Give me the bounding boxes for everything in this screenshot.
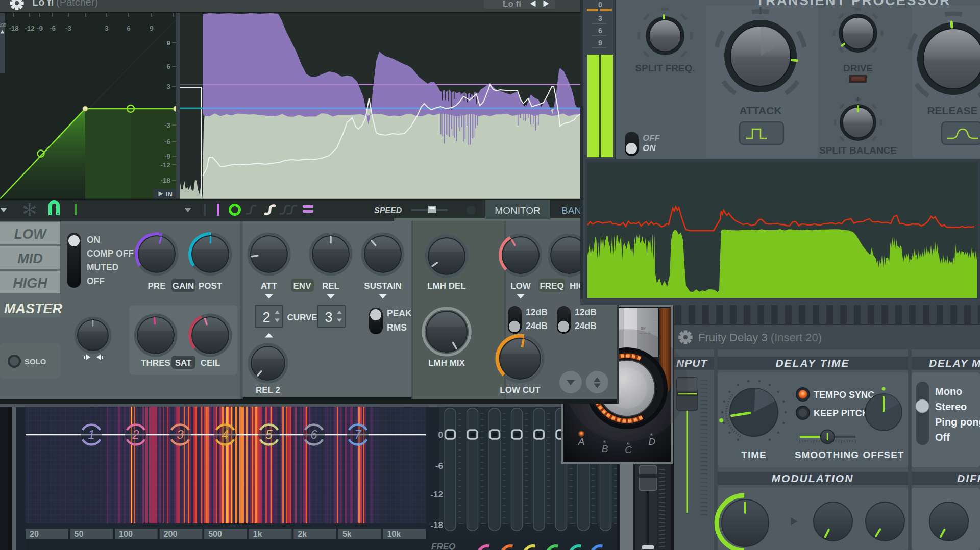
svg-text:4: 4 (222, 428, 228, 441)
svg-text:Lo fi: Lo fi (503, 0, 521, 9)
svg-text:B: B (602, 443, 608, 454)
svg-text:DIFFUSION: DIFFUSION (957, 472, 980, 484)
svg-text:ENV: ENV (293, 281, 312, 291)
svg-text:3: 3 (325, 310, 332, 325)
svg-text:DELAY TIME: DELAY TIME (775, 357, 849, 369)
svg-text:ATT: ATT (261, 281, 277, 291)
svg-text:-9: -9 (37, 24, 43, 32)
svg-text:3: 3 (105, 24, 109, 32)
svg-text:Ping pong: Ping pong (935, 416, 980, 428)
svg-text:CEIL: CEIL (201, 358, 220, 368)
svg-text:5: 5 (265, 428, 273, 441)
svg-text:-18: -18 (9, 24, 19, 32)
svg-text:Lo fi: Lo fi (32, 0, 54, 8)
svg-text:OFFSET: OFFSET (863, 449, 904, 460)
svg-text:6: 6 (598, 27, 602, 35)
svg-text:OFF: OFF (643, 133, 660, 143)
svg-text:SMOOTHING: SMOOTHING (795, 449, 859, 460)
svg-text:MASTER: MASTER (4, 301, 63, 316)
svg-text:TEMPO SYNC: TEMPO SYNC (814, 390, 874, 400)
svg-text:10k: 10k (387, 530, 401, 538)
svg-text:FREQ: FREQ (540, 281, 564, 291)
svg-text:(Patcher): (Patcher) (56, 0, 98, 8)
svg-text:3: 3 (177, 428, 184, 441)
svg-text:HIGH: HIGH (13, 276, 47, 291)
svg-text:GAIN: GAIN (173, 281, 194, 291)
svg-text:REL 2: REL 2 (256, 385, 280, 395)
svg-text:-6: -6 (164, 138, 170, 145)
svg-text:SAT: SAT (175, 358, 192, 368)
svg-text:0: 0 (438, 430, 443, 440)
svg-text:TIME: TIME (741, 449, 766, 460)
svg-text:3: 3 (166, 83, 170, 90)
svg-text:A: A (578, 436, 585, 447)
svg-text:ON: ON (87, 235, 100, 245)
svg-text:ATTACK: ATTACK (739, 105, 781, 116)
svg-text:POST: POST (199, 281, 223, 291)
svg-text:KEEP PITCH: KEEP PITCH (814, 408, 869, 418)
svg-text:-12: -12 (24, 24, 35, 32)
svg-text:FREQ: FREQ (431, 542, 455, 550)
svg-text:9: 9 (598, 39, 602, 47)
svg-text:-3: -3 (164, 121, 170, 129)
svg-text:-12: -12 (430, 490, 443, 499)
svg-text:Stereo: Stereo (935, 401, 967, 412)
svg-text:7: 7 (354, 428, 362, 441)
svg-text:6: 6 (310, 428, 317, 441)
svg-text:2: 2 (132, 428, 139, 441)
svg-text:MODULATION: MODULATION (772, 472, 854, 484)
svg-text:2k: 2k (298, 530, 307, 538)
svg-text:-18: -18 (160, 177, 170, 184)
svg-text:COMP OFF: COMP OFF (87, 248, 134, 259)
svg-text:REL: REL (322, 281, 339, 291)
svg-text:12dB: 12dB (575, 307, 597, 317)
svg-text:DRIVE: DRIVE (843, 63, 873, 73)
svg-text:500: 500 (208, 530, 222, 538)
svg-text:1: 1 (88, 428, 94, 441)
svg-text:IN: IN (166, 190, 173, 198)
svg-text:12dB: 12dB (526, 307, 548, 317)
svg-text:RMS: RMS (387, 322, 407, 333)
svg-text:-18: -18 (430, 520, 443, 530)
svg-text:5k: 5k (342, 530, 352, 538)
svg-text:Off: Off (935, 432, 950, 443)
svg-text:6: 6 (127, 24, 131, 32)
svg-text:24dB: 24dB (526, 321, 548, 331)
svg-text:1k: 1k (253, 530, 262, 538)
svg-text:MUTED: MUTED (87, 262, 118, 272)
svg-text:SOLO: SOLO (24, 357, 46, 366)
svg-text:50: 50 (75, 530, 84, 538)
svg-text:9: 9 (150, 24, 154, 32)
svg-text:Mono: Mono (935, 386, 962, 397)
svg-text:SPLIT BALANCE: SPLIT BALANCE (819, 145, 897, 156)
svg-text:100: 100 (119, 530, 133, 538)
svg-text:100: 100 (0, 22, 6, 28)
svg-text:-3: -3 (65, 24, 71, 32)
svg-text:PRE: PRE (148, 281, 166, 291)
svg-text:Fruity Delay 3 (Insert 20): Fruity Delay 3 (Insert 20) (698, 331, 822, 344)
svg-text:D: D (648, 436, 655, 447)
svg-text:-9: -9 (164, 153, 170, 160)
svg-text:3: 3 (598, 14, 602, 22)
svg-text:9: 9 (166, 39, 170, 47)
svg-text:24dB: 24dB (575, 321, 597, 331)
svg-text:MID: MID (17, 251, 43, 266)
svg-text:2: 2 (262, 310, 270, 325)
svg-text:SPEED: SPEED (374, 206, 402, 215)
svg-text:SUSTAIN: SUSTAIN (364, 281, 401, 291)
svg-text:OFF: OFF (87, 276, 105, 286)
svg-text:-6: -6 (50, 24, 56, 32)
svg-text:SPLIT FREQ.: SPLIT FREQ. (635, 63, 695, 73)
svg-text:6: 6 (166, 63, 170, 70)
svg-text:-12: -12 (160, 161, 170, 169)
svg-text:MONITOR: MONITOR (495, 205, 540, 216)
svg-text:DELAY MODE: DELAY MODE (929, 357, 980, 369)
svg-text:20: 20 (30, 530, 39, 538)
svg-text:BY: BY (641, 327, 646, 330)
svg-text:LMH MIX: LMH MIX (428, 358, 465, 368)
svg-text:LOW: LOW (510, 281, 531, 291)
svg-text:0: 0 (598, 1, 602, 9)
svg-text:THRES: THRES (141, 358, 170, 368)
svg-text:200: 200 (164, 530, 178, 538)
svg-text:CURVE: CURVE (287, 313, 317, 322)
